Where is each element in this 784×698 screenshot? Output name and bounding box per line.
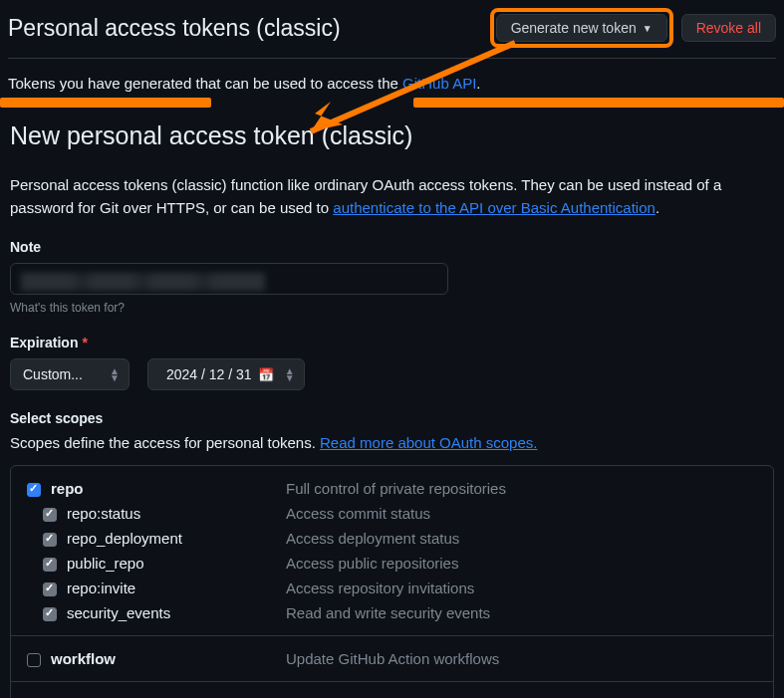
expiration-date-picker[interactable]: 2024 / 12 / 31 📅 [147, 358, 305, 390]
github-api-link[interactable]: GitHub API [402, 75, 476, 92]
scope-checkbox[interactable] [43, 607, 57, 621]
scope-name: public_repo [67, 555, 286, 572]
header-row: Personal access tokens (classic) Generat… [8, 8, 776, 59]
scope-row: repoFull control of private repositories [27, 480, 757, 497]
oauth-scopes-link[interactable]: Read more about OAuth scopes. [320, 434, 537, 451]
scope-group: write:packagesUpload packages to GitHub … [11, 682, 773, 698]
scopes-description: Scopes define the access for personal to… [10, 434, 774, 451]
scopes-label: Select scopes [10, 410, 774, 426]
scope-description: Read and write security events [286, 604, 490, 621]
form-title: New personal access token (classic) [10, 121, 774, 150]
scope-row: security_eventsRead and write security e… [27, 604, 757, 621]
scope-row: public_repoAccess public repositories [27, 555, 757, 572]
expiration-mode-select[interactable]: Custom... [10, 358, 130, 390]
annotation-bar [0, 98, 211, 108]
scope-group: repoFull control of private repositories… [11, 466, 773, 636]
caret-down-icon: ▼ [643, 23, 653, 34]
scope-name: workflow [51, 650, 286, 667]
basic-auth-link[interactable]: authenticate to the API over Basic Authe… [333, 199, 655, 216]
scope-checkbox[interactable] [43, 558, 57, 572]
scope-description: Full control of private repositories [286, 480, 506, 497]
scope-name: repo:status [67, 505, 286, 522]
scope-row: repo_deploymentAccess deployment status [27, 530, 757, 547]
scope-row: repo:inviteAccess repository invitations [27, 580, 757, 596]
scope-name: repo:invite [67, 580, 286, 596]
scope-group: workflowUpdate GitHub Action workflows [11, 636, 773, 682]
scope-checkbox[interactable] [43, 533, 57, 547]
scope-checkbox[interactable] [27, 653, 41, 667]
form-description: Personal access tokens (classic) functio… [10, 174, 774, 219]
scope-row: workflowUpdate GitHub Action workflows [27, 650, 757, 667]
note-help-text: What's this token for? [10, 301, 774, 315]
note-label: Note [10, 239, 774, 255]
generate-new-token-button[interactable]: Generate new token ▼ [496, 14, 667, 42]
note-input[interactable] [10, 263, 448, 295]
annotation-highlight: Generate new token ▼ [490, 8, 673, 48]
calendar-icon: 📅 [258, 367, 274, 382]
scope-checkbox[interactable] [43, 582, 57, 596]
scope-name: repo [51, 480, 286, 497]
scope-description: Access repository invitations [286, 580, 474, 596]
scope-checkbox[interactable] [43, 508, 57, 522]
intro-text: Tokens you have generated that can be us… [8, 59, 776, 102]
scope-description: Access commit status [286, 505, 430, 522]
required-indicator: * [82, 335, 87, 350]
scope-description: Access public repositories [286, 555, 458, 572]
scope-checkbox[interactable] [27, 483, 41, 497]
revoke-all-button[interactable]: Revoke all [681, 14, 776, 42]
annotation-bar [413, 98, 784, 108]
blurred-note-value [21, 273, 265, 291]
scope-name: security_events [67, 604, 286, 621]
scope-row: repo:statusAccess commit status [27, 505, 757, 522]
page-title: Personal access tokens (classic) [8, 15, 341, 42]
scopes-container: repoFull control of private repositories… [10, 465, 774, 698]
scope-description: Update GitHub Action workflows [286, 650, 499, 667]
expiration-label: Expiration* [10, 335, 774, 350]
scope-description: Access deployment status [286, 530, 459, 547]
scope-name: repo_deployment [67, 530, 286, 547]
